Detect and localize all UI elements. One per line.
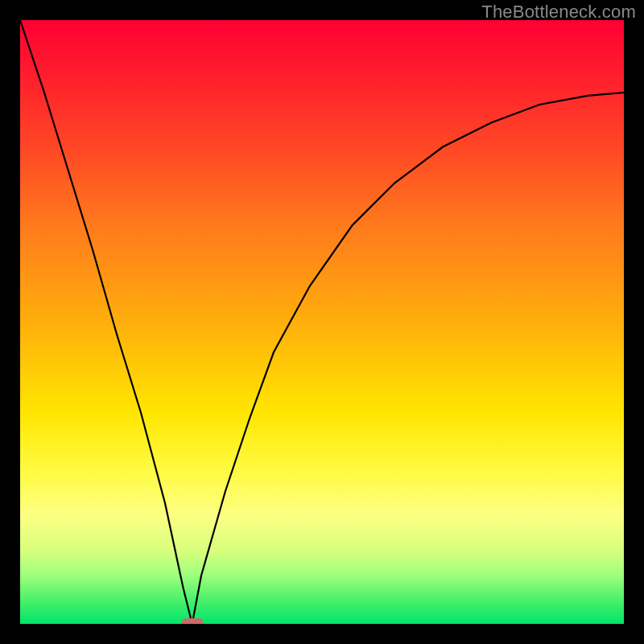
plot-area (20, 20, 624, 624)
chart-frame: TheBottleneck.com (0, 0, 644, 644)
optimal-point-marker (181, 618, 204, 624)
watermark-label: TheBottleneck.com (481, 2, 636, 23)
bottleneck-curve-path (20, 20, 624, 624)
bottleneck-curve (20, 20, 624, 624)
